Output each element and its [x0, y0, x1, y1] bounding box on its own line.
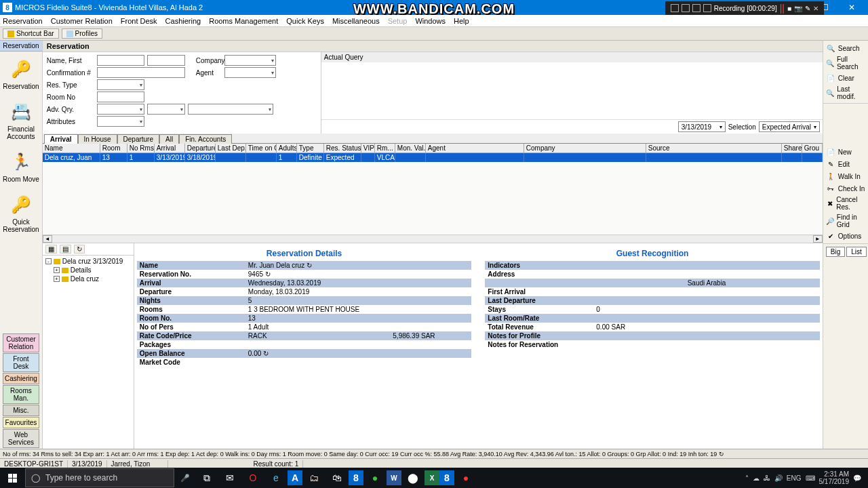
- clear-button[interactable]: 📄Clear: [823, 72, 868, 84]
- grid-cell[interactable]: 1: [277, 153, 297, 162]
- edge-icon[interactable]: e: [264, 468, 288, 488]
- tray-lang[interactable]: ENG: [787, 474, 802, 482]
- grid-header-cell[interactable]: Grou: [802, 144, 823, 152]
- grid-header-cell[interactable]: Time on Q: [246, 144, 277, 152]
- menu-front-desk[interactable]: Front Desk: [121, 17, 157, 25]
- grid-scrollbar[interactable]: ◄►: [43, 235, 823, 243]
- tray-volume-icon[interactable]: 🔊: [774, 474, 783, 482]
- start-button[interactable]: [0, 468, 24, 488]
- detail-tree[interactable]: ▦ ▤ ↻ -Dela cruz 3/13/2019 +Details +Del…: [43, 243, 134, 449]
- tab-all[interactable]: All: [159, 134, 179, 144]
- check-in-button[interactable]: 🗝Check In: [823, 182, 868, 195]
- options-button[interactable]: ✔Options: [823, 230, 868, 242]
- shortcut-bar-button[interactable]: Shortcut Bar: [3, 28, 59, 39]
- grid-cell[interactable]: 1: [127, 153, 155, 162]
- grid-cell[interactable]: [426, 153, 524, 162]
- grid-header-cell[interactable]: Res. Status: [324, 144, 361, 152]
- grid-header-cell[interactable]: Last Dep.: [216, 144, 246, 152]
- grid-header-cell[interactable]: Departure: [185, 144, 216, 152]
- menu-help[interactable]: Help: [454, 17, 469, 25]
- company-combo[interactable]: [224, 55, 276, 66]
- minimize-button[interactable]: —: [784, 3, 811, 12]
- windows-taskbar[interactable]: ◯Type here to search 🎤 ⧉ ✉ O e A 🗂 🛍 8 ●…: [0, 468, 868, 488]
- grid-cell[interactable]: [361, 153, 375, 162]
- attributes-combo[interactable]: [97, 116, 144, 127]
- excel-icon[interactable]: X: [425, 470, 439, 485]
- sidebar-tab-customer-relation[interactable]: Customer Relation: [3, 333, 39, 352]
- notifications-icon[interactable]: 💬: [853, 474, 861, 482]
- sidebar-item-financial-accounts[interactable]: 📇Financial Accounts: [0, 100, 42, 140]
- record-icon[interactable]: ●: [454, 468, 477, 488]
- grid-header-cell[interactable]: Company: [524, 144, 646, 152]
- mic-icon[interactable]: 🎤: [175, 468, 195, 487]
- grid-header-cell[interactable]: Source: [646, 144, 782, 152]
- view-list-button[interactable]: List: [846, 247, 867, 257]
- edit-button[interactable]: ✎Edit: [823, 158, 868, 170]
- tree-collapse-icon[interactable]: ▤: [60, 245, 71, 253]
- tray-keyboard-icon[interactable]: ⌨: [806, 474, 815, 482]
- chrome-icon[interactable]: ⬤: [401, 468, 425, 488]
- full-search-button[interactable]: 🔍Full Search: [823, 54, 868, 72]
- grid-cell[interactable]: [782, 153, 802, 162]
- grid-header-cell[interactable]: Agent: [426, 144, 524, 152]
- sidebar-tab-favourites[interactable]: Favourites: [3, 417, 39, 428]
- grid-cell[interactable]: [802, 153, 823, 162]
- roomno-input[interactable]: [97, 92, 144, 102]
- sidebar-item-reservation[interactable]: 🔑Reservation: [3, 57, 39, 90]
- sidebar-tab-front-desk[interactable]: Front Desk: [3, 353, 39, 372]
- whatsapp-icon[interactable]: ●: [363, 468, 387, 488]
- mail-icon[interactable]: ✉: [218, 468, 241, 488]
- tray-cloud-icon[interactable]: ☁: [753, 474, 760, 482]
- tray-clock[interactable]: 2:31 AM5/17/2019: [819, 470, 850, 485]
- menu-reservation[interactable]: Reservation: [3, 17, 43, 25]
- word-icon[interactable]: W: [387, 470, 401, 485]
- grid-cell[interactable]: [646, 153, 782, 162]
- grid-header-cell[interactable]: Share: [782, 144, 802, 152]
- grid-header-cell[interactable]: No Rms: [127, 144, 155, 152]
- selection-combo[interactable]: Expected Arrival: [759, 121, 820, 132]
- menubar[interactable]: Reservation Customer Relation Front Desk…: [0, 15, 868, 27]
- grid-cell[interactable]: 13: [100, 153, 127, 162]
- maximize-button[interactable]: ☐: [811, 3, 838, 12]
- grid-header-cell[interactable]: Arrival: [155, 144, 185, 152]
- grid-cell[interactable]: [395, 153, 426, 162]
- tab-departure[interactable]: Departure: [117, 134, 159, 144]
- explorer-icon[interactable]: 🗂: [302, 468, 326, 488]
- advqry-combo-3[interactable]: [188, 104, 273, 115]
- walk-in-button[interactable]: 🚶Walk In: [823, 170, 868, 182]
- app-icon-8[interactable]: 8: [349, 470, 363, 485]
- agent-combo[interactable]: [224, 67, 276, 78]
- menu-miscellaneous[interactable]: Miscellaneous: [332, 17, 380, 25]
- first-input[interactable]: [147, 55, 185, 66]
- new-button[interactable]: 📄New: [823, 146, 868, 158]
- grid-header-cell[interactable]: Name: [43, 144, 100, 152]
- sidebar-item-quick-reservation[interactable]: 🔑Quick Reservation: [0, 192, 42, 233]
- advqry-combo-2[interactable]: [147, 104, 185, 115]
- fidelio-taskbar-icon[interactable]: 8: [439, 470, 454, 485]
- tree-refresh-icon[interactable]: ↻: [74, 245, 85, 253]
- grid-header-cell[interactable]: VIP: [361, 144, 375, 152]
- menu-windows[interactable]: Windows: [415, 17, 446, 25]
- grid-cell[interactable]: Expected: [324, 153, 361, 162]
- name-input[interactable]: [97, 55, 144, 66]
- opera-icon[interactable]: O: [241, 468, 264, 488]
- grid-header-cell[interactable]: Type: [297, 144, 324, 152]
- grid-cell[interactable]: 3/18/2019: [185, 153, 216, 162]
- task-view-icon[interactable]: ⧉: [195, 468, 218, 488]
- grid-cell[interactable]: Dela cruz, Juan: [43, 153, 100, 162]
- menu-rooms-management[interactable]: Rooms Management: [209, 17, 278, 25]
- tray-up-icon[interactable]: ˄: [745, 474, 749, 482]
- sidebar-tab-rooms-man[interactable]: Rooms Man.: [3, 385, 39, 404]
- close-button[interactable]: ✕: [838, 3, 865, 12]
- sidebar-tab-web-services[interactable]: Web Services: [3, 429, 39, 448]
- confirmation-input[interactable]: [97, 67, 185, 78]
- grid-cell[interactable]: [524, 153, 646, 162]
- search-button[interactable]: 🔍Search: [823, 42, 868, 54]
- tray-network-icon[interactable]: 🖧: [764, 474, 770, 482]
- date-combo[interactable]: 3/13/2019: [678, 121, 726, 132]
- grid-cell[interactable]: 3/13/2019: [155, 153, 185, 162]
- grid-cell[interactable]: VLCA: [375, 153, 395, 162]
- menu-customer-relation[interactable]: Customer Relation: [51, 17, 113, 25]
- taskbar-search[interactable]: ◯Type here to search: [25, 468, 174, 487]
- menu-quick-keys[interactable]: Quick Keys: [286, 17, 324, 25]
